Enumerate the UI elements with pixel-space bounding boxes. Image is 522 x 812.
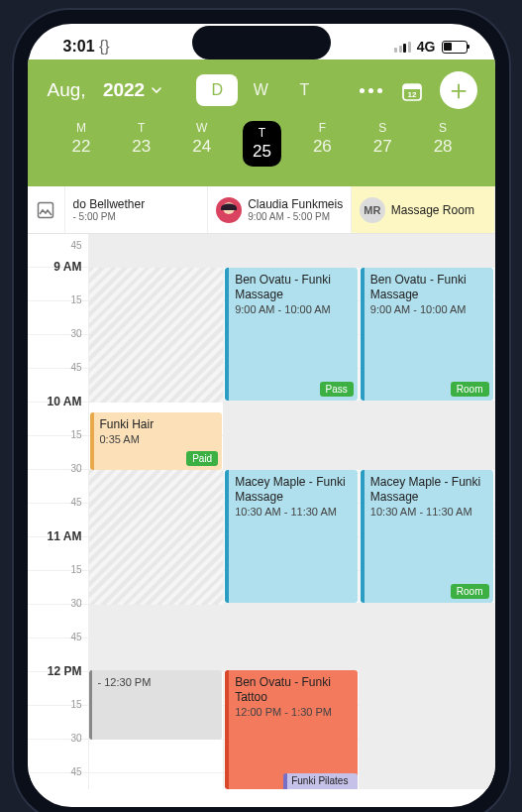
busy-block (89, 234, 224, 268)
badge-room: Room (451, 382, 489, 397)
event-gray-block[interactable]: - 12:30 PM (89, 670, 223, 740)
calendar-icon[interactable]: 12 (400, 79, 422, 101)
signal-icon (394, 42, 411, 53)
avatar-room: MR (360, 197, 385, 223)
day-28[interactable]: S28 (413, 121, 473, 167)
calendar-col-3[interactable]: Ben Ovatu - Funki Massage 9:00 AM - 10:0… (360, 234, 495, 789)
network-label: 4G (417, 39, 436, 55)
busy-block (360, 234, 494, 268)
badge-room: Room (451, 584, 489, 599)
busy-block (224, 603, 359, 670)
svg-point-6 (226, 207, 228, 209)
svg-text:12: 12 (407, 90, 416, 99)
event-ben-massage[interactable]: Ben Ovatu - Funki Massage 9:00 AM - 10:0… (225, 268, 358, 401)
view-toggle: D W T (196, 74, 325, 106)
resource-gutter-icon[interactable] (28, 186, 65, 233)
badge-paid: Paid (186, 451, 218, 466)
day-22[interactable]: M22 (52, 121, 112, 167)
unavailable-block (89, 470, 224, 605)
month-picker[interactable]: Aug, 2022 (48, 79, 163, 101)
busy-block (360, 401, 494, 470)
day-27[interactable]: S27 (353, 121, 413, 167)
view-day[interactable]: D (196, 74, 238, 106)
svg-rect-1 (403, 84, 421, 89)
event-macey-massage-room[interactable]: Macey Maple - Funki Massage 10:30 AM - 1… (361, 470, 493, 603)
view-week[interactable]: W (240, 74, 281, 106)
day-23[interactable]: T23 (111, 121, 171, 167)
resource-header: do Bellwether- 5:00 PM Claudia Funkmeist… (28, 186, 495, 234)
day-25[interactable]: T25 (232, 121, 292, 167)
screen: 3:01 {} 4G Aug, 2022 D W T (28, 24, 495, 807)
calendar-grid[interactable]: 45 9 AM 15 30 45 10 AM 15 30 45 11 AM 15… (28, 234, 495, 789)
resource-massage-room[interactable]: MR Massage Room (352, 186, 495, 233)
unavailable-block (89, 268, 224, 403)
event-ben-massage-room[interactable]: Ben Ovatu - Funki Massage 9:00 AM - 10:0… (361, 268, 493, 401)
time-gutter: 45 9 AM 15 30 45 10 AM 15 30 45 11 AM 15… (28, 234, 89, 789)
day-24[interactable]: W24 (171, 121, 232, 167)
badge-pass: Pass (320, 382, 354, 397)
event-ben-tattoo[interactable]: Ben Ovatu - Funki Tattoo 12:00 PM - 1:30… (225, 670, 358, 789)
calendar-col-1[interactable]: Funki Hair 0:35 AM Paid - 12:30 PM (89, 234, 225, 789)
week-strip: M22 T23 W24 T25 F26 S27 S28 (48, 109, 477, 176)
add-button[interactable]: ＋ (440, 71, 477, 109)
event-macey-massage[interactable]: Macey Maple - Funki Massage 10:30 AM - 1… (225, 470, 358, 603)
busy-block (224, 234, 359, 268)
plus-icon: ＋ (445, 76, 472, 104)
resource-claudia[interactable]: Claudia Funkmeister9:00 AM - 5:00 PM (208, 186, 352, 233)
calendar-col-2[interactable]: Ben Ovatu - Funki Massage 9:00 AM - 10:0… (224, 234, 360, 789)
phone-frame: 3:01 {} 4G Aug, 2022 D W T (14, 10, 509, 812)
resource-bellwether[interactable]: do Bellwether- 5:00 PM (65, 186, 209, 233)
svg-point-7 (231, 207, 233, 209)
more-icon[interactable] (360, 88, 382, 93)
busy-block (89, 605, 224, 672)
app-header: Aug, 2022 D W T 12 ＋ M22 T23 (28, 59, 495, 186)
chevron-down-icon (151, 84, 162, 96)
event-pilates[interactable]: Funki Pilates - (283, 773, 358, 789)
busy-block (360, 603, 494, 789)
view-month[interactable]: T (283, 74, 325, 106)
day-26[interactable]: F26 (292, 121, 353, 167)
avatar-claudia (216, 197, 242, 223)
notch (192, 26, 331, 59)
event-funki-hair[interactable]: Funki Hair 0:35 AM Paid (90, 412, 223, 470)
battery-icon (442, 41, 468, 54)
busy-block (224, 401, 359, 470)
status-time: 3:01 {} (63, 38, 110, 56)
